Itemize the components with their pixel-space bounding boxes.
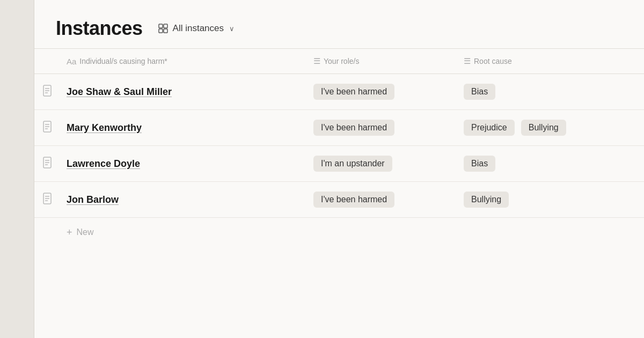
root-cause-tag: Prejudice (464, 120, 515, 136)
add-new-label: New (77, 227, 94, 237)
chevron-down-icon: ∨ (229, 25, 235, 33)
row-doc-icon (34, 182, 60, 218)
svg-rect-2 (159, 29, 163, 33)
col-header-role: ☰ Your role/s (307, 49, 457, 74)
table-row[interactable]: Joe Shaw & Saul MillerI've been harmedBi… (34, 74, 644, 110)
root-cause-tag: Bias (464, 156, 495, 172)
page-title: Instances (56, 17, 143, 40)
row-doc-icon (34, 146, 60, 182)
instance-name[interactable]: Mary Kenworthy (67, 122, 142, 133)
svg-rect-3 (164, 29, 167, 33)
main-content: Instances All instances ∨ (34, 0, 644, 338)
row-doc-icon (34, 110, 60, 146)
instance-name[interactable]: Jon Barlow (67, 194, 119, 205)
list-col-icon-root-cause: ☰ (464, 56, 471, 66)
table-container: Aa Individual/s causing harm* ☰ Your rol… (34, 48, 644, 338)
list-col-icon-role: ☰ (313, 56, 320, 66)
col-header-root-cause: ☰ Root cause (457, 49, 644, 74)
page-header: Instances All instances ∨ (34, 0, 644, 48)
instance-name[interactable]: Joe Shaw & Saul Miller (67, 86, 172, 97)
view-label: All instances (173, 23, 224, 34)
sidebar (0, 0, 34, 338)
instances-table: Aa Individual/s causing harm* ☰ Your rol… (34, 48, 644, 218)
col-header-name: Aa Individual/s causing harm* (60, 49, 307, 74)
svg-rect-1 (164, 24, 167, 28)
view-selector[interactable]: All instances ∨ (151, 20, 241, 37)
row-doc-icon (34, 74, 60, 110)
grid-icon (158, 23, 169, 34)
col-header-icon-spacer (34, 49, 60, 74)
col-header-root-cause-label: Root cause (474, 57, 512, 65)
add-new-row[interactable]: + New (34, 218, 644, 247)
root-cause-tag: Bias (464, 84, 495, 100)
table-row[interactable]: Lawrence DoyleI'm an upstanderBias (34, 146, 644, 182)
table-header-row: Aa Individual/s causing harm* ☰ Your rol… (34, 49, 644, 74)
plus-icon: + (67, 227, 72, 237)
text-col-icon: Aa (67, 57, 76, 66)
table-row[interactable]: Mary KenworthyI've been harmedPrejudiceB… (34, 110, 644, 146)
root-cause-tag: Bullying (464, 192, 509, 208)
col-header-role-label: Your role/s (324, 57, 359, 65)
root-cause-tag: Bullying (521, 120, 566, 136)
table-row[interactable]: Jon BarlowI've been harmedBullying (34, 182, 644, 218)
role-tag: I've been harmed (313, 120, 394, 136)
col-header-name-label: Individual/s causing harm* (79, 57, 167, 65)
role-tag: I've been harmed (313, 84, 394, 100)
role-tag: I'm an upstander (313, 156, 392, 172)
role-tag: I've been harmed (313, 192, 394, 208)
instance-name[interactable]: Lawrence Doyle (67, 158, 140, 169)
svg-rect-0 (159, 24, 163, 28)
